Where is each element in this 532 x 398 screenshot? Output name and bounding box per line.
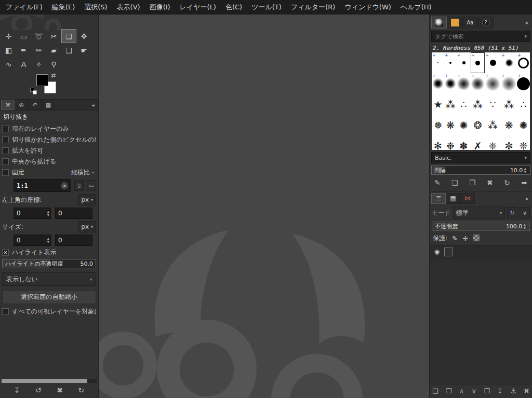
menu-item[interactable]: 色(C) <box>221 0 247 15</box>
brush-thumbnail[interactable] <box>432 73 444 94</box>
highlight-opacity-slider[interactable]: ハイライトの不透明度 50.0 <box>2 259 96 268</box>
tool-button[interactable]: ∿ <box>1 57 16 71</box>
portrait-orientation-button[interactable]: ▯ <box>74 180 84 191</box>
canvas[interactable] <box>99 15 429 398</box>
menu-item[interactable]: ウィンドウ(W) <box>340 0 396 15</box>
tag-search-dropdown[interactable]: タグで検索 ▾ <box>431 31 530 42</box>
highlight-row[interactable]: ✕ ハイライト表示 <box>0 247 98 258</box>
brush-thumbnail[interactable]: ✺ <box>457 115 471 135</box>
preset-action-button[interactable]: ↻ <box>78 386 85 394</box>
tool-button[interactable]: ✧ <box>31 57 46 71</box>
mode-menu-button[interactable]: ∨ <box>520 207 530 218</box>
brush-thumbnail[interactable]: ❅ <box>432 115 444 135</box>
lock-alpha-icon[interactable] <box>473 235 480 243</box>
tool-button[interactable]: ➰ <box>31 29 46 43</box>
dock-tab[interactable]: ↶ <box>28 100 42 110</box>
preset-action-button[interactable]: ↺ <box>35 386 42 394</box>
sample-merged-checkbox[interactable] <box>2 308 9 315</box>
tool-button[interactable]: ✒ <box>16 43 31 57</box>
brush-thumbnail[interactable]: ❂ <box>471 115 485 135</box>
layer-action-button[interactable]: ↧ <box>497 387 503 395</box>
brush-thumbnail[interactable] <box>471 73 485 94</box>
lock-pixels-icon[interactable]: ✎ <box>452 235 458 242</box>
brush-action-button[interactable]: ✎ <box>434 179 441 187</box>
tool-option-checkbox-row[interactable]: 切り抜かれた側のピクセルの削除 <box>0 134 98 145</box>
tool-button[interactable]: ✂ <box>46 29 61 43</box>
position-x-input[interactable]: 0 ▲▼ <box>14 208 51 219</box>
size-height-input[interactable]: 0 <box>55 235 92 246</box>
fixed-aspect-dropdown[interactable]: 縦横比 ▾ <box>71 168 96 177</box>
menu-item[interactable]: 表示(V) <box>112 0 145 15</box>
brush-action-button[interactable]: ❏ <box>451 179 458 187</box>
tool-button[interactable]: ☛ <box>76 43 91 57</box>
scrollbar-thumb[interactable] <box>2 379 87 383</box>
menu-item[interactable]: ファイル(F) <box>1 0 47 15</box>
brush-thumbnail[interactable]: ❋ <box>501 115 517 135</box>
tool-button[interactable]: ⚲ <box>46 57 61 71</box>
brush-thumbnail[interactable]: ❈ <box>485 135 501 150</box>
brush-action-button[interactable]: ↻ <box>504 179 510 187</box>
brush-thumbnail[interactable] <box>485 73 501 94</box>
brush-thumbnail[interactable]: ★ <box>432 94 444 115</box>
aspect-ratio-input[interactable]: 1:1 × <box>14 179 71 192</box>
brush-thumbnail[interactable] <box>457 52 471 73</box>
layers-tab[interactable]: ≣ <box>431 193 446 204</box>
layer-action-button[interactable]: ⚓ <box>510 387 516 395</box>
size-width-input[interactable]: 0 ▲▼ <box>14 235 51 246</box>
lock-position-icon[interactable]: ✛ <box>462 235 468 242</box>
size-unit-dropdown[interactable]: px ▾ <box>78 221 96 232</box>
menu-item[interactable]: 編集(E) <box>47 0 79 15</box>
tool-options-scrollbar[interactable] <box>2 379 97 383</box>
sample-merged-row[interactable]: すべての可視レイヤーを対象にす <box>0 306 98 317</box>
layer-mode-dropdown[interactable]: 標準 ▾ <box>453 207 505 219</box>
brush-group-dropdown[interactable]: Basic, ▾ <box>431 152 530 163</box>
layer-action-button[interactable]: ∨ <box>471 387 476 395</box>
layer-opacity-slider[interactable]: 不透明度 100.0 ▲▼ <box>432 222 530 231</box>
auto-shrink-button[interactable]: 選択範囲の自動縮小 <box>2 290 96 304</box>
dock-menu-button[interactable]: ◂ <box>522 196 530 201</box>
menu-item[interactable]: ヘルプ(H) <box>396 0 436 15</box>
brush-thumbnail[interactable]: ⁂ <box>485 115 501 135</box>
default-colors-icon[interactable] <box>30 88 37 95</box>
brush-action-button[interactable]: ✖ <box>487 179 493 187</box>
dock-menu-button[interactable]: ◂ <box>522 20 530 25</box>
brushes-tab[interactable] <box>431 17 447 29</box>
brush-thumbnail[interactable] <box>501 52 517 73</box>
brush-action-button[interactable]: ➥ <box>521 179 527 187</box>
layer-action-button[interactable]: ❒ <box>446 387 452 395</box>
dock-menu-button[interactable]: ◂ <box>89 102 97 108</box>
brush-spacing-slider[interactable]: 間隔 10.0 ▲▼ <box>431 166 530 175</box>
spinner-arrows-icon[interactable]: ▲▼ <box>523 167 527 173</box>
visibility-eye-icon[interactable]: ◉ <box>431 246 443 257</box>
brush-thumbnail[interactable] <box>444 73 457 94</box>
highlight-checkbox[interactable]: ✕ <box>2 249 9 256</box>
brush-thumbnail[interactable]: ∵ <box>485 94 501 115</box>
menu-item[interactable]: フィルター(R) <box>286 0 340 15</box>
guides-dropdown[interactable]: 表示しない ▾ <box>2 272 96 286</box>
position-y-input[interactable]: 0 <box>55 208 92 219</box>
tool-option-checkbox-row[interactable]: 拡大を許可 <box>0 145 98 156</box>
layer-action-button[interactable]: ✖ <box>524 387 529 395</box>
spinner-arrows-icon[interactable]: ▲▼ <box>47 237 50 243</box>
brush-thumbnail[interactable]: ∴ <box>517 94 530 115</box>
spinner-arrows-icon[interactable]: ▲▼ <box>522 223 527 229</box>
brush-thumbnail[interactable]: ✼ <box>501 135 517 150</box>
brush-thumbnail[interactable]: ❉ <box>444 135 457 150</box>
brush-thumbnail[interactable] <box>517 52 530 73</box>
tool-option-checkbox-row[interactable]: 中央から拡げる <box>0 156 98 167</box>
channels-tab[interactable]: ▦ <box>446 193 460 204</box>
brush-thumbnail[interactable] <box>517 73 530 94</box>
tool-button[interactable]: ✥ <box>76 29 91 43</box>
tool-button[interactable]: ❑ <box>61 43 76 57</box>
dock-tab[interactable]: ✇ <box>15 100 28 110</box>
preset-action-button[interactable]: ↧ <box>14 386 20 394</box>
brush-thumbnail[interactable]: ✻ <box>432 135 444 150</box>
tool-button[interactable]: ✏ <box>31 43 46 57</box>
menu-item[interactable]: ツール(T) <box>247 0 286 15</box>
brush-thumbnail[interactable] <box>432 52 444 73</box>
tool-button[interactable]: A <box>16 57 31 71</box>
brush-action-button[interactable]: ❐ <box>469 179 476 187</box>
brush-thumbnail[interactable]: ❋ <box>444 115 457 135</box>
tool-button[interactable]: ▰ <box>46 43 61 57</box>
brush-thumbnail[interactable]: ❊ <box>517 135 530 150</box>
